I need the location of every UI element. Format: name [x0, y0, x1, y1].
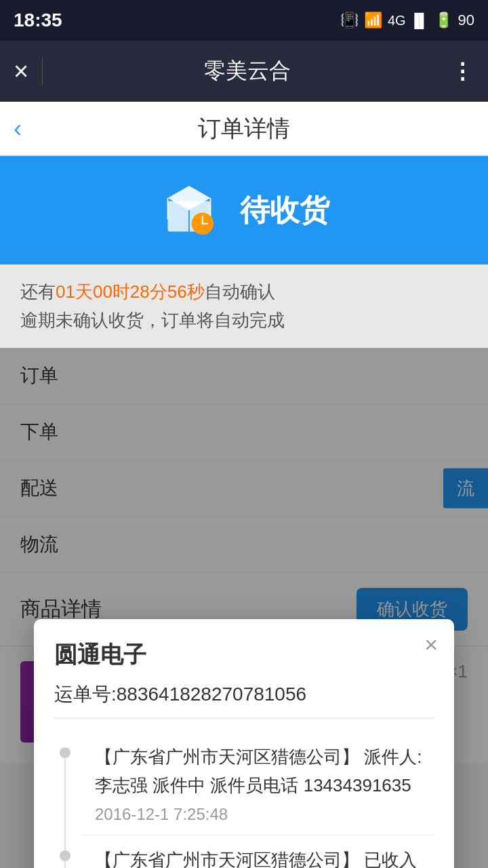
timeline-dot	[60, 747, 70, 758]
timeline-desc-1: 【广东省广州市天河区猎德公司】 已收入	[95, 846, 434, 868]
modal-overlay: × 圆通电子 运单号:883641828270781056 【广东省广州市天河区…	[0, 348, 488, 868]
countdown: 01天00时28分56秒	[56, 281, 205, 302]
logistics-timeline: 【广东省广州市天河区猎德公司】 派件人: 李志强 派件中 派件员电话 13434…	[54, 732, 434, 868]
signal-icon: 4G ▐▌	[388, 13, 429, 28]
status-text: 待收货	[240, 191, 329, 231]
info-prefix: 还有	[20, 281, 56, 302]
status-icons: 📳 📶 4G ▐▌ 🔋 90	[340, 12, 474, 29]
package-icon	[159, 180, 220, 241]
vibrate-icon: 📳	[340, 12, 359, 29]
info-sub: 逾期未确认收货，订单将自动完成	[20, 310, 285, 330]
timeline-item: 【广东省广州市天河区猎德公司】 派件人: 李志强 派件中 派件员电话 13434…	[81, 732, 434, 835]
close-button[interactable]: ×	[14, 57, 28, 86]
timeline-time-0: 2016-12-1 7:25:48	[95, 805, 434, 824]
app-header: × 零美云合 ⋮	[0, 41, 488, 102]
status-time: 18:35	[14, 9, 62, 31]
timeline-desc-0: 【广东省广州市天河区猎德公司】 派件人: 李志强 派件中 派件员电话 13434…	[95, 743, 434, 800]
page-title: 订单详情	[198, 113, 290, 144]
status-banner: 待收货	[0, 156, 488, 264]
info-suffix: 自动确认	[205, 281, 275, 302]
timeline-dot	[60, 850, 70, 861]
timeline-item: 【广东省广州市天河区猎德公司】 已收入 2016-12-1 5:52:37	[81, 835, 434, 868]
status-bar: 18:35 📳 📶 4G ▐▌ 🔋 90	[0, 0, 488, 41]
info-section: 还有01天00时28分56秒自动确认 逾期未确认收货，订单将自动完成	[0, 264, 488, 348]
timeline-line	[64, 758, 66, 854]
modal-close-button[interactable]: ×	[424, 633, 438, 656]
modal-tracking-number: 运单号:883641828270781056	[54, 682, 434, 719]
battery-level: 90	[458, 12, 474, 29]
app-title: 零美云合	[56, 56, 438, 86]
more-button[interactable]: ⋮	[451, 58, 474, 84]
wifi-icon: 📶	[364, 12, 382, 29]
battery-icon: 🔋	[434, 12, 453, 29]
timeline-line	[64, 861, 66, 868]
main-content: 订单 下单 配送 流 物流 商品详情 确认收货 领取 面膜 领取面膜 规格:默认…	[0, 348, 488, 868]
back-button[interactable]: ‹	[14, 115, 22, 143]
modal-title: 圆通电子	[54, 639, 434, 671]
page-header: ‹ 订单详情	[0, 102, 488, 156]
logistics-modal: × 圆通电子 运单号:883641828270781056 【广东省广州市天河区…	[34, 619, 454, 868]
